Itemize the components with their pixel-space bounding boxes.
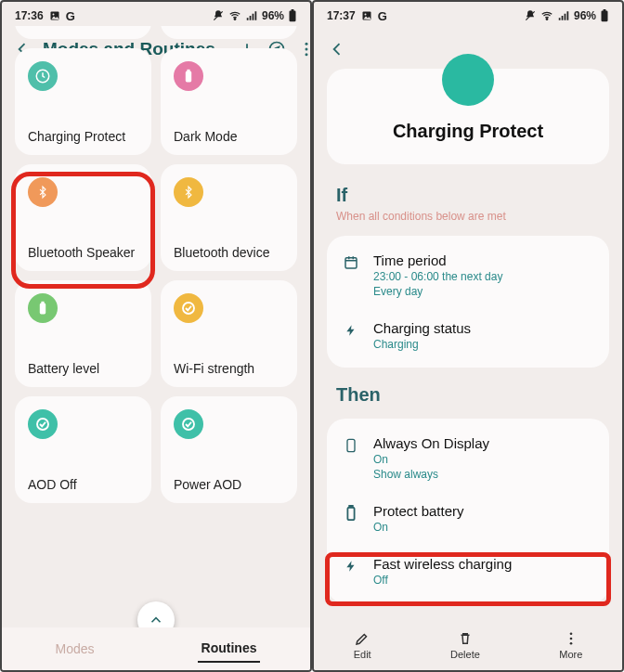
svg-point-21: [546, 19, 548, 20]
status-bar: 17:37 G 96%: [314, 2, 622, 30]
battery-icon: [174, 61, 203, 91]
svg-point-28: [569, 632, 572, 635]
phone-left: 17:36 G 96% Modes and Routines: [0, 0, 312, 672]
wifi-icon: [540, 9, 553, 22]
row-sub: Off: [373, 574, 594, 587]
phone-right: 17:37 G 96% Charging Protect If When all…: [312, 0, 624, 672]
row-title: Charging status: [373, 320, 594, 336]
signal-icon: [245, 9, 258, 22]
card-label: Charging Protect: [28, 129, 138, 144]
battery-icon: [28, 293, 58, 323]
svg-rect-5: [292, 9, 294, 11]
then-list: Always On Display On Show always Protect…: [327, 419, 609, 603]
card-label: AOD Off: [28, 477, 138, 492]
row-title: Fast wireless charging: [373, 556, 594, 572]
action-always-on-display[interactable]: Always On Display On Show always: [327, 424, 609, 492]
calendar-icon: [342, 254, 360, 271]
svg-point-29: [569, 638, 572, 640]
bottom-tabs: Modes Routines: [2, 627, 310, 670]
card-label: YouTube or Netflix: [28, 26, 138, 28]
check-icon: [28, 409, 58, 439]
condition-charging-status[interactable]: Charging status Charging: [327, 309, 609, 362]
svg-rect-11: [186, 71, 191, 82]
if-section-header: If When all conditions below are met: [314, 181, 622, 226]
back-button[interactable]: [325, 37, 349, 61]
image-icon: [361, 10, 372, 21]
delete-button[interactable]: Delete: [450, 630, 480, 660]
condition-time-period[interactable]: Time period 23:00 - 06:00 the next day E…: [327, 241, 609, 309]
routine-card[interactable]: Dark Mode: [161, 48, 297, 155]
google-icon: G: [378, 9, 387, 23]
svg-rect-14: [41, 302, 44, 304]
routine-card[interactable]: YouTube or Netflix: [15, 26, 151, 39]
row-sub: 23:00 - 06:00 the next day: [373, 270, 594, 283]
tab-modes[interactable]: Modes: [52, 636, 98, 662]
row-title: Always On Display: [373, 435, 594, 451]
row-sub: Every day: [373, 285, 594, 298]
then-title: Then: [336, 384, 600, 406]
mute-icon: [524, 9, 537, 22]
card-label: Bluetooth Speaker: [28, 245, 138, 260]
image-icon: [49, 10, 60, 21]
display-icon: [342, 437, 360, 454]
routine-card[interactable]: Power AOD: [161, 396, 297, 503]
bolt-icon: [342, 558, 360, 575]
svg-point-30: [569, 642, 572, 645]
check-icon: [174, 293, 203, 323]
mute-icon: [212, 9, 225, 22]
clock-icon: [28, 61, 58, 91]
svg-point-3: [234, 19, 236, 20]
bolt-icon: [342, 322, 360, 339]
card-label: Office Wi-Fi: [174, 26, 284, 28]
row-title: Time period: [373, 252, 594, 268]
if-subtitle: When all conditions below are met: [336, 210, 600, 223]
card-label: Battery level: [28, 361, 138, 376]
routine-card[interactable]: Office Wi-Fi: [161, 26, 297, 39]
row-sub: Show always: [373, 468, 594, 481]
battery-text: 96%: [574, 9, 596, 22]
row-title: Protect battery: [373, 503, 594, 519]
status-time: 17:37: [327, 9, 356, 22]
wifi-icon: [228, 9, 241, 22]
svg-rect-27: [349, 506, 353, 508]
routine-card[interactable]: Bluetooth device: [161, 164, 297, 271]
routine-hero-icon: [442, 54, 494, 106]
then-section-header: Then: [314, 381, 622, 409]
more-button[interactable]: More: [559, 630, 582, 660]
check-icon: [174, 409, 203, 439]
bluetooth-icon: [28, 177, 58, 207]
routine-card[interactable]: Wi-Fi strength: [161, 280, 297, 387]
action-protect-battery[interactable]: Protect battery On: [327, 492, 609, 545]
svg-rect-13: [40, 303, 46, 314]
tab-routines[interactable]: Routines: [198, 635, 261, 663]
bluetooth-icon: [174, 177, 203, 207]
action-fast-wireless-charging[interactable]: Fast wireless charging Off: [327, 545, 609, 598]
svg-rect-25: [347, 439, 355, 451]
if-list: Time period 23:00 - 06:00 the next day E…: [327, 236, 609, 368]
signal-icon: [557, 9, 570, 22]
routines-grid: YouTube or Netflix Office Wi-Fi Charging…: [2, 26, 310, 503]
card-label: Bluetooth device: [174, 245, 284, 260]
btn-label: Edit: [354, 649, 371, 660]
svg-rect-12: [187, 70, 189, 71]
google-icon: G: [66, 9, 75, 23]
routine-hero-title: Charging Protect: [393, 121, 543, 142]
svg-rect-22: [602, 10, 608, 21]
routine-card[interactable]: AOD Off: [15, 396, 151, 503]
edit-button[interactable]: Edit: [354, 630, 371, 660]
row-sub: On: [373, 453, 594, 466]
routine-card[interactable]: Battery level: [15, 280, 151, 387]
card-label: Dark Mode: [174, 129, 284, 144]
bottom-action-bar: Edit Delete More: [314, 620, 622, 670]
svg-point-19: [364, 14, 366, 16]
routine-hero: Charging Protect: [327, 69, 609, 164]
svg-rect-26: [347, 508, 354, 521]
svg-rect-24: [345, 258, 357, 268]
card-label: Power AOD: [174, 477, 284, 492]
routine-card[interactable]: Bluetooth Speaker: [15, 164, 151, 271]
status-time: 17:36: [15, 9, 44, 22]
card-label: Wi-Fi strength: [174, 361, 284, 376]
svg-rect-23: [604, 9, 606, 11]
btn-label: Delete: [450, 649, 480, 660]
routine-card-charging-protect[interactable]: Charging Protect: [15, 48, 151, 155]
